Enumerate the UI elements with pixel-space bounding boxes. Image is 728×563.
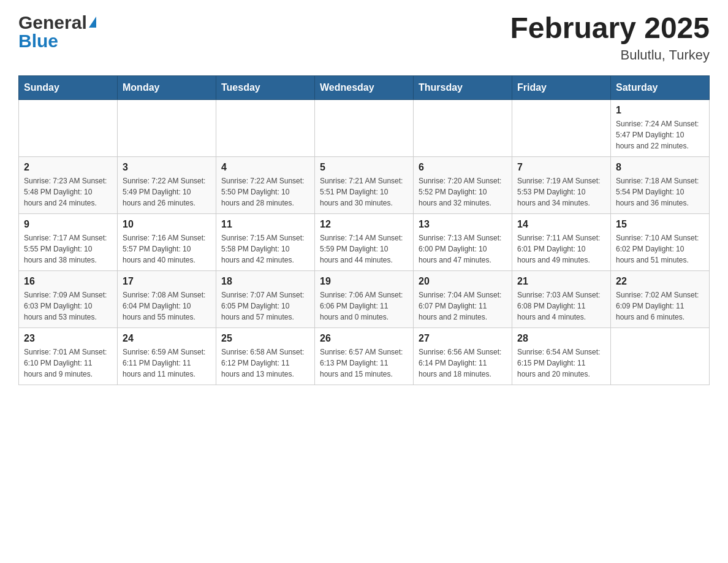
- day-number: 5: [320, 162, 408, 173]
- day-info: Sunrise: 7:16 AM Sunset: 5:57 PM Dayligh…: [123, 232, 211, 266]
- day-number: 20: [419, 276, 507, 287]
- day-info: Sunrise: 7:15 AM Sunset: 5:58 PM Dayligh…: [221, 232, 309, 266]
- logo-triangle-icon: [89, 17, 96, 28]
- day-info: Sunrise: 7:09 AM Sunset: 6:03 PM Dayligh…: [24, 289, 112, 323]
- day-info: Sunrise: 6:54 AM Sunset: 6:15 PM Dayligh…: [517, 347, 605, 380]
- calendar-cell: 11Sunrise: 7:15 AM Sunset: 5:58 PM Dayli…: [216, 213, 315, 270]
- day-number: 28: [517, 333, 605, 344]
- calendar-cell: [512, 99, 611, 156]
- weekday-header-wednesday: Wednesday: [315, 75, 414, 99]
- calendar-cell: 21Sunrise: 7:03 AM Sunset: 6:08 PM Dayli…: [512, 270, 611, 327]
- day-number: 22: [616, 276, 704, 287]
- calendar-cell: 3Sunrise: 7:22 AM Sunset: 5:49 PM Daylig…: [118, 156, 216, 213]
- day-info: Sunrise: 7:22 AM Sunset: 5:49 PM Dayligh…: [123, 175, 211, 209]
- calendar-cell: 23Sunrise: 7:01 AM Sunset: 6:10 PM Dayli…: [19, 327, 118, 385]
- day-info: Sunrise: 7:11 AM Sunset: 6:01 PM Dayligh…: [517, 232, 605, 266]
- day-number: 12: [320, 219, 408, 230]
- weekday-header-tuesday: Tuesday: [216, 75, 315, 99]
- weekday-header-monday: Monday: [118, 75, 216, 99]
- calendar-week-row: 1Sunrise: 7:24 AM Sunset: 5:47 PM Daylig…: [19, 99, 710, 156]
- day-number: 23: [24, 333, 112, 344]
- calendar-cell: 10Sunrise: 7:16 AM Sunset: 5:57 PM Dayli…: [118, 213, 216, 270]
- calendar-cell: [414, 99, 512, 156]
- day-info: Sunrise: 7:13 AM Sunset: 6:00 PM Dayligh…: [419, 232, 507, 266]
- day-info: Sunrise: 7:08 AM Sunset: 6:04 PM Dayligh…: [123, 289, 211, 323]
- day-number: 21: [517, 276, 605, 287]
- day-info: Sunrise: 7:14 AM Sunset: 5:59 PM Dayligh…: [320, 232, 408, 266]
- day-number: 6: [419, 162, 507, 173]
- day-number: 27: [419, 333, 507, 344]
- calendar-cell: 6Sunrise: 7:20 AM Sunset: 5:52 PM Daylig…: [414, 156, 512, 213]
- logo-general: General: [18, 12, 87, 33]
- day-info: Sunrise: 7:21 AM Sunset: 5:51 PM Dayligh…: [320, 175, 408, 209]
- day-number: 24: [123, 333, 211, 344]
- calendar-cell: 16Sunrise: 7:09 AM Sunset: 6:03 PM Dayli…: [19, 270, 118, 327]
- calendar-cell: 1Sunrise: 7:24 AM Sunset: 5:47 PM Daylig…: [611, 99, 710, 156]
- calendar-cell: 26Sunrise: 6:57 AM Sunset: 6:13 PM Dayli…: [315, 327, 414, 385]
- day-info: Sunrise: 6:57 AM Sunset: 6:13 PM Dayligh…: [320, 347, 408, 380]
- calendar-cell: 25Sunrise: 6:58 AM Sunset: 6:12 PM Dayli…: [216, 327, 315, 385]
- calendar-cell: 27Sunrise: 6:56 AM Sunset: 6:14 PM Dayli…: [414, 327, 512, 385]
- calendar-cell: [611, 327, 710, 385]
- calendar-week-row: 9Sunrise: 7:17 AM Sunset: 5:55 PM Daylig…: [19, 213, 710, 270]
- calendar-header-row: SundayMondayTuesdayWednesdayThursdayFrid…: [19, 75, 710, 99]
- day-info: Sunrise: 7:18 AM Sunset: 5:54 PM Dayligh…: [616, 175, 704, 209]
- day-number: 14: [517, 219, 605, 230]
- day-number: 1: [616, 105, 704, 116]
- weekday-header-thursday: Thursday: [414, 75, 512, 99]
- title-section: February 2025 Bulutlu, Turkey: [510, 12, 710, 63]
- calendar-cell: [315, 99, 414, 156]
- calendar-cell: 15Sunrise: 7:10 AM Sunset: 6:02 PM Dayli…: [611, 213, 710, 270]
- day-number: 25: [221, 333, 309, 344]
- day-number: 16: [24, 276, 112, 287]
- weekday-header-sunday: Sunday: [19, 75, 118, 99]
- calendar-cell: 5Sunrise: 7:21 AM Sunset: 5:51 PM Daylig…: [315, 156, 414, 213]
- day-number: 15: [616, 219, 704, 230]
- calendar-cell: 8Sunrise: 7:18 AM Sunset: 5:54 PM Daylig…: [611, 156, 710, 213]
- day-info: Sunrise: 7:23 AM Sunset: 5:48 PM Dayligh…: [24, 175, 112, 209]
- day-number: 11: [221, 219, 309, 230]
- day-info: Sunrise: 7:04 AM Sunset: 6:07 PM Dayligh…: [419, 289, 507, 323]
- calendar-cell: 7Sunrise: 7:19 AM Sunset: 5:53 PM Daylig…: [512, 156, 611, 213]
- day-info: Sunrise: 7:01 AM Sunset: 6:10 PM Dayligh…: [24, 347, 112, 380]
- day-info: Sunrise: 6:59 AM Sunset: 6:11 PM Dayligh…: [123, 347, 211, 380]
- month-title: February 2025: [510, 12, 710, 45]
- calendar-cell: 12Sunrise: 7:14 AM Sunset: 5:59 PM Dayli…: [315, 213, 414, 270]
- day-number: 10: [123, 219, 211, 230]
- calendar-cell: 19Sunrise: 7:06 AM Sunset: 6:06 PM Dayli…: [315, 270, 414, 327]
- day-info: Sunrise: 7:24 AM Sunset: 5:47 PM Dayligh…: [616, 118, 704, 151]
- calendar-cell: 20Sunrise: 7:04 AM Sunset: 6:07 PM Dayli…: [414, 270, 512, 327]
- logo: General Blue: [18, 12, 96, 52]
- day-number: 18: [221, 276, 309, 287]
- calendar-cell: 4Sunrise: 7:22 AM Sunset: 5:50 PM Daylig…: [216, 156, 315, 213]
- location: Bulutlu, Turkey: [510, 47, 710, 63]
- day-info: Sunrise: 7:22 AM Sunset: 5:50 PM Dayligh…: [221, 175, 309, 209]
- day-number: 26: [320, 333, 408, 344]
- calendar-cell: 24Sunrise: 6:59 AM Sunset: 6:11 PM Dayli…: [118, 327, 216, 385]
- page-header: General Blue February 2025 Bulutlu, Turk…: [18, 12, 710, 63]
- day-number: 7: [517, 162, 605, 173]
- day-info: Sunrise: 7:19 AM Sunset: 5:53 PM Dayligh…: [517, 175, 605, 209]
- day-info: Sunrise: 7:10 AM Sunset: 6:02 PM Dayligh…: [616, 232, 704, 266]
- calendar-week-row: 16Sunrise: 7:09 AM Sunset: 6:03 PM Dayli…: [19, 270, 710, 327]
- weekday-header-friday: Friday: [512, 75, 611, 99]
- day-info: Sunrise: 7:02 AM Sunset: 6:09 PM Dayligh…: [616, 289, 704, 323]
- day-info: Sunrise: 7:03 AM Sunset: 6:08 PM Dayligh…: [517, 289, 605, 323]
- logo-blue: Blue: [18, 31, 96, 52]
- calendar-cell: 22Sunrise: 7:02 AM Sunset: 6:09 PM Dayli…: [611, 270, 710, 327]
- day-number: 2: [24, 162, 112, 173]
- calendar-cell: 13Sunrise: 7:13 AM Sunset: 6:00 PM Dayli…: [414, 213, 512, 270]
- calendar-cell: [216, 99, 315, 156]
- weekday-header-saturday: Saturday: [611, 75, 710, 99]
- day-info: Sunrise: 7:07 AM Sunset: 6:05 PM Dayligh…: [221, 289, 309, 323]
- day-info: Sunrise: 7:06 AM Sunset: 6:06 PM Dayligh…: [320, 289, 408, 323]
- day-number: 19: [320, 276, 408, 287]
- calendar-table: SundayMondayTuesdayWednesdayThursdayFrid…: [18, 75, 710, 385]
- calendar-cell: 2Sunrise: 7:23 AM Sunset: 5:48 PM Daylig…: [19, 156, 118, 213]
- calendar-cell: [118, 99, 216, 156]
- day-number: 17: [123, 276, 211, 287]
- calendar-week-row: 2Sunrise: 7:23 AM Sunset: 5:48 PM Daylig…: [19, 156, 710, 213]
- day-info: Sunrise: 6:56 AM Sunset: 6:14 PM Dayligh…: [419, 347, 507, 380]
- calendar-week-row: 23Sunrise: 7:01 AM Sunset: 6:10 PM Dayli…: [19, 327, 710, 385]
- day-number: 8: [616, 162, 704, 173]
